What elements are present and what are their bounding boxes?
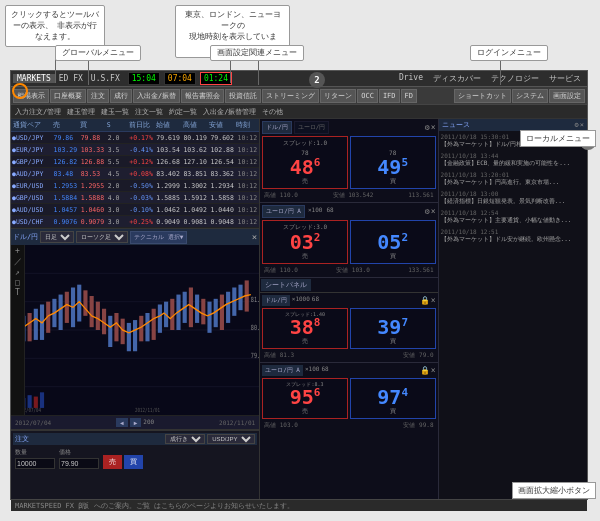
- rate2-close-icon[interactable]: ×: [431, 207, 436, 216]
- news-item[interactable]: 2011/10/18 13:00 【経済指標】日銀短観発表。景気判断改善...: [441, 190, 585, 206]
- subtab-position[interactable]: 建玉管理: [65, 107, 97, 117]
- screen-menu-label: 画面設定関連メニュー: [210, 45, 304, 61]
- svg-text:80.00: 80.00: [251, 323, 259, 331]
- svg-rect-35: [201, 299, 205, 325]
- rate-info-row2: 高値 110.0 安値 103.0 133.561: [262, 266, 435, 275]
- toolbar-rts[interactable]: リターン: [320, 89, 356, 103]
- rate2-settings-icon[interactable]: ⚙: [425, 207, 430, 216]
- quote-row[interactable]: ●USD/CHF 0.9076 0.9079 3.0 +0.25% 0.9049…: [11, 216, 259, 228]
- menu-markets[interactable]: MARKETS: [13, 74, 55, 83]
- quote-row[interactable]: ●GBP/USD 1.5884 1.5888 4.0 -0.03% 1.5885…: [11, 192, 259, 204]
- toolbar-order[interactable]: 注文: [87, 89, 109, 103]
- subtab-input[interactable]: 入力注文/管理: [13, 107, 63, 117]
- svg-rect-26: [145, 313, 149, 341]
- status-bar: MARKETSPEED FX β版 へのご案内。ご覧 はこちらのページよりお知ら…: [11, 499, 587, 511]
- rate3-lock-icon[interactable]: 🔒: [420, 296, 430, 305]
- sell-button[interactable]: 売: [103, 455, 122, 469]
- order-rate-tab-1[interactable]: ドル/円: [262, 295, 290, 306]
- global-menu-line: [88, 60, 89, 85]
- subtab-transfer[interactable]: 入出金/振替管理: [201, 107, 258, 117]
- sell-rate-box-2[interactable]: スプレッド:3.0 032 売: [262, 220, 348, 264]
- tool-rect[interactable]: □: [12, 278, 23, 287]
- tool-line[interactable]: ／: [12, 256, 23, 267]
- quote-row[interactable]: ●EUR/USD 1.2953 1.2955 2.0 -0.50% 1.2999…: [11, 180, 259, 192]
- tool-crosshair[interactable]: +: [12, 246, 23, 255]
- global-menu-label: グローバルメニュー: [55, 45, 141, 61]
- rate-tab-euro-yen[interactable]: ユーロ/円 A: [262, 205, 305, 218]
- subtab-contract[interactable]: 約定一覧: [167, 107, 199, 117]
- rate-info-row1: 高値 110.0 安値 103.542 113.561: [262, 191, 435, 200]
- sheet-panel-label[interactable]: シートパネル: [261, 279, 311, 291]
- menu-service[interactable]: サービス: [545, 73, 585, 84]
- rate-tab-other[interactable]: ユーロ/円: [294, 121, 330, 134]
- news-item[interactable]: 2011/10/18 13:44 【金融政策】ECB、量的緩和実施の可能性を..…: [441, 152, 585, 168]
- order-price-input[interactable]: [59, 458, 99, 469]
- order-rate-tab-2[interactable]: ユーロ/円 A: [262, 365, 303, 376]
- news-settings-icon[interactable]: ⚙: [575, 121, 579, 129]
- quote-row[interactable]: ●AUD/JPY 83.48 83.53 4.5 +0.08% 83.402 8…: [11, 168, 259, 180]
- menu-drive[interactable]: Drive: [395, 73, 427, 84]
- quote-row[interactable]: ●USD/JPY 79.86 79.88 2.0 +0.17% 79.619 8…: [11, 132, 259, 144]
- screen-menu-badge: 2: [309, 72, 325, 88]
- quote-row[interactable]: ●GBP/JPY 126.82 126.88 5.5 +0.12% 126.68…: [11, 156, 259, 168]
- order-sell-box-1[interactable]: スプレッド:1.40 388 売: [262, 308, 348, 349]
- quote-row[interactable]: ●EUR/JPY 103.29 103.33 3.5 -0.41% 103.54…: [11, 144, 259, 156]
- rate-section-3: ドル/円 ×1000 68 🔒 × スプレッド:1.40 388: [260, 293, 437, 363]
- toolbar-streaming[interactable]: ストリーミング: [262, 89, 319, 103]
- sell-rate-box-1[interactable]: スプレッド:1.0 78 486 売: [262, 136, 348, 189]
- rate-settings-icon[interactable]: ⚙: [425, 123, 430, 132]
- screen-menu-line: [258, 60, 259, 85]
- toolbar-system[interactable]: システム: [512, 89, 548, 103]
- toolbar-screen[interactable]: 画面設定: [549, 89, 585, 103]
- toolbar-shortcut[interactable]: ショートカット: [454, 89, 511, 103]
- order-pair-select[interactable]: USD/JPY: [207, 434, 255, 444]
- toolbar-account[interactable]: 口座概要: [50, 89, 86, 103]
- toolbar-occ[interactable]: OCC: [357, 89, 378, 103]
- tool-text[interactable]: T: [12, 288, 23, 297]
- menu-discover[interactable]: ディスカバー: [429, 73, 485, 84]
- chart-type-select[interactable]: ローソク足: [76, 231, 128, 243]
- sub-toolbar: 入力注文/管理 建玉管理 建玉一覧 注文一覧 約定一覧 入出金/振替管理 その他: [11, 105, 587, 119]
- chart-scroll-right[interactable]: ▶: [130, 418, 142, 427]
- buy-button[interactable]: 買: [124, 455, 143, 469]
- svg-rect-13: [65, 292, 69, 323]
- toolbar-report[interactable]: 報告書照会: [181, 89, 224, 103]
- chart-scroll-left[interactable]: ◀: [116, 418, 128, 427]
- toolbar-fd[interactable]: FD: [401, 89, 417, 103]
- chart-timeframe-select[interactable]: 日足: [40, 231, 74, 243]
- rate4-close-icon[interactable]: ×: [431, 366, 436, 375]
- quote-header-row: 通貨ペア 売 買 S 前日比 始値 高値 安値 時刻: [11, 119, 259, 132]
- subtab-other[interactable]: その他: [260, 107, 285, 117]
- rate4-lock-icon[interactable]: 🔒: [420, 366, 430, 375]
- toolbar-ifd[interactable]: IFD: [379, 89, 400, 103]
- chart-close-btn[interactable]: ×: [252, 232, 257, 242]
- news-close-icon[interactable]: ×: [580, 121, 584, 129]
- buy-rate-box-1[interactable]: 78 495 買: [350, 136, 436, 189]
- toolbar-fund[interactable]: 投資信託: [225, 89, 261, 103]
- tool-arrow[interactable]: ↗: [12, 268, 23, 277]
- svg-rect-25: [139, 316, 143, 342]
- menu-tech[interactable]: テクノロジー: [487, 73, 543, 84]
- order-quantity-input[interactable]: [15, 458, 55, 469]
- rate3-close-icon[interactable]: ×: [431, 296, 436, 305]
- news-item[interactable]: 2011/10/18 13:20:01 【外為マーケット】円高進行。東京市場..…: [441, 171, 585, 187]
- rate-tab-dollar-yen[interactable]: ドル/円: [262, 121, 292, 134]
- menu-usfx[interactable]: U.S.FX: [87, 74, 124, 83]
- order-type-select[interactable]: 成行き指値: [165, 434, 205, 444]
- chart-indicator-btn[interactable]: テクニカル 選択▼: [130, 231, 187, 244]
- toolbar-transfer[interactable]: 入出金/振替: [133, 89, 180, 103]
- menu-edfx[interactable]: ED FX: [55, 74, 87, 83]
- toolbar-circle-indicator: [12, 83, 28, 99]
- buy-rate-box-2[interactable]: 052 買: [350, 220, 436, 264]
- news-item[interactable]: 2011/10/18 12:54 【外為マーケット】主要通貨、小幅な値動き...: [441, 209, 585, 225]
- order-buy-box-1[interactable]: 397 買: [350, 308, 436, 349]
- quote-row[interactable]: ●AUD/USD 1.0457 1.0460 3.0 -0.10% 1.0462…: [11, 204, 259, 216]
- subtab-position-list[interactable]: 建玉一覧: [99, 107, 131, 117]
- order-buy-box-2[interactable]: 974 買: [350, 378, 436, 419]
- subtab-order-list[interactable]: 注文一覧: [133, 107, 165, 117]
- rate-section-4: ユーロ/円 A ×100 68 🔒 × スプレッド:8.3 956: [260, 363, 437, 432]
- order-sell-box-2[interactable]: スプレッド:8.3 956 売: [262, 378, 348, 419]
- news-item[interactable]: 2011/10/18 12:51 【外為マーケット】ドル安が継続。欧州懸念...: [441, 228, 585, 244]
- toolbar-market[interactable]: 成行: [110, 89, 132, 103]
- rate-close-icon[interactable]: ×: [431, 123, 436, 132]
